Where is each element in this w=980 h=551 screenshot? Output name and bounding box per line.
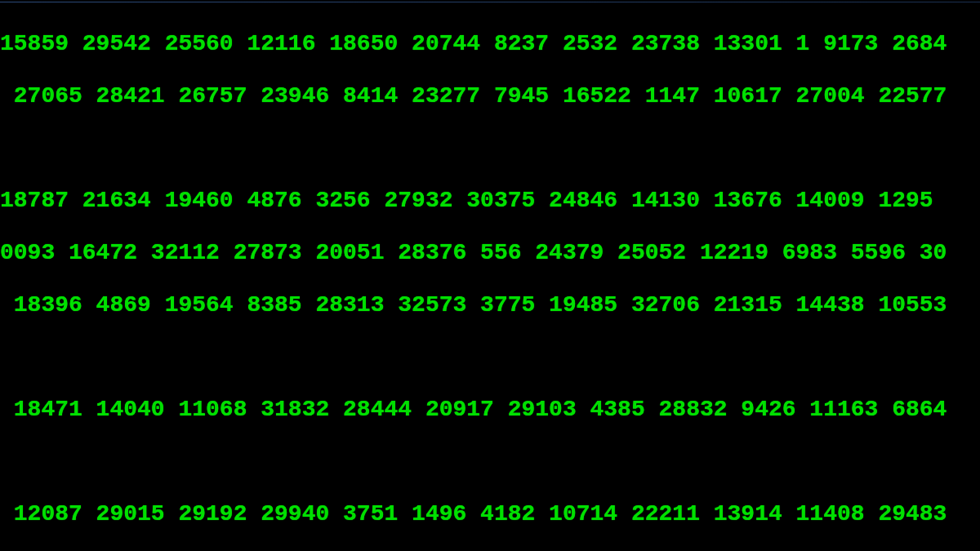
output-line: 18787 21634 19460 4876 3256 27932 30375 … — [0, 188, 980, 214]
output-blank-line — [0, 449, 980, 475]
window-top-border — [0, 2, 980, 2]
output-line: 18396 4869 19564 8385 28313 32573 3775 1… — [0, 292, 980, 318]
output-line: 27065 28421 26757 23946 8414 23277 7945 … — [0, 83, 980, 109]
terminal-output: 15859 29542 25560 12116 18650 20744 8237… — [0, 5, 980, 551]
output-line: 18471 14040 11068 31832 28444 20917 2910… — [0, 397, 980, 423]
output-blank-line — [0, 136, 980, 162]
output-blank-line — [0, 344, 980, 371]
output-line: 12087 29015 29192 29940 3751 1496 4182 1… — [0, 501, 980, 527]
output-line: 0093 16472 32112 27873 20051 28376 556 2… — [0, 240, 980, 266]
output-line: 15859 29542 25560 12116 18650 20744 8237… — [0, 31, 980, 57]
